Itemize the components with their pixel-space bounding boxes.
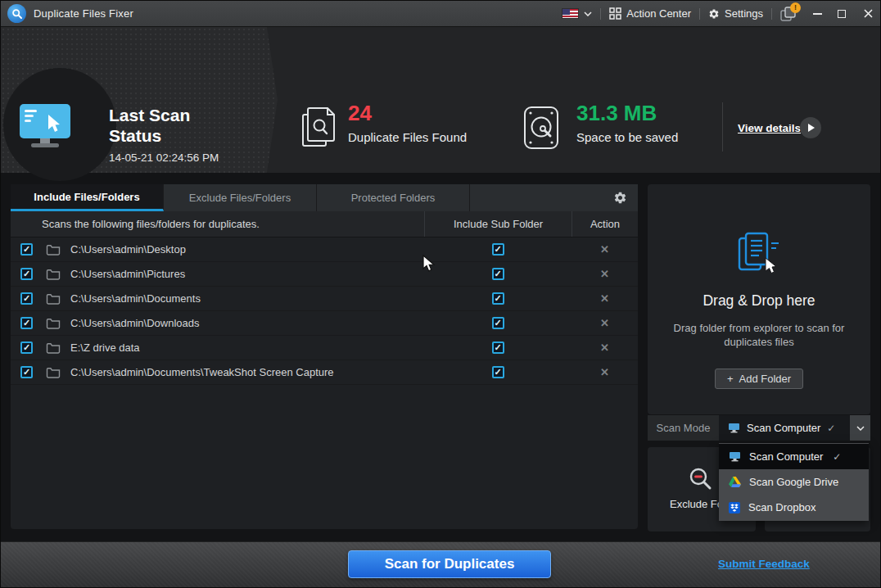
remove-folder-button[interactable]: ✕ [600, 341, 609, 354]
dropdown-item-label: Scan Dropbox [748, 501, 815, 513]
app-logo-icon [7, 4, 26, 23]
dropdown-item-label: Scan Computer [749, 450, 823, 463]
tab-exclude-files-folders[interactable]: Exclude Files/Folders [164, 184, 317, 211]
plus-icon: + [727, 373, 734, 385]
space-saved-value: 31.3 MB [576, 101, 657, 126]
footer-bar: Scan for Duplicates Submit Feedback [1, 541, 881, 588]
app-window: Duplicate Files Fixer Action Center Sett [0, 0, 881, 588]
check-icon: ✓ [23, 342, 30, 353]
duplicate-files-icon [301, 106, 339, 150]
submit-feedback-link[interactable]: Submit Feedback [718, 558, 810, 570]
subfolder-checkbox[interactable]: ✓ [492, 366, 504, 378]
computer-icon [728, 423, 740, 433]
remove-folder-button[interactable]: ✕ [600, 292, 609, 305]
remove-folder-button[interactable]: ✕ [600, 243, 609, 256]
check-icon: ✓ [494, 269, 501, 279]
minimize-button[interactable] [805, 1, 829, 26]
add-folder-button[interactable]: +Add Folder [715, 369, 803, 389]
scan-settings-gear-icon[interactable] [613, 191, 627, 205]
folder-path: C:\Users\admin\Documents\TweakShot Scree… [70, 366, 334, 378]
close-icon [864, 9, 873, 18]
add-folder-label: Add Folder [739, 373, 792, 385]
chevron-down-icon [856, 426, 865, 431]
notification-badge: ! [790, 2, 801, 13]
titlebar: Duplicate Files Fixer Action Center Sett [1, 1, 881, 27]
folder-path: E:\Z drive data [70, 341, 140, 354]
row-checkbox[interactable]: ✓ [20, 268, 33, 280]
close-button[interactable] [854, 1, 881, 26]
folder-icon [46, 366, 61, 378]
row-checkbox[interactable]: ✓ [20, 292, 33, 305]
action-center-button[interactable]: Action Center [601, 1, 699, 26]
app-title: Duplicate Files Fixer [34, 7, 133, 20]
column-include-sub-folder: Include Sub Folder [424, 211, 572, 237]
view-details-link[interactable]: View details [738, 122, 801, 134]
row-checkbox[interactable]: ✓ [20, 317, 33, 329]
subfolder-checkbox[interactable]: ✓ [492, 317, 504, 329]
remove-folder-button[interactable]: ✕ [600, 366, 609, 378]
remove-folder-button[interactable]: ✕ [600, 317, 609, 329]
scan-mode-value: Scan Computer [747, 422, 820, 434]
column-action: Action [572, 211, 638, 237]
dropbox-icon [729, 502, 740, 513]
scan-mode-row: Scan Mode Scan Computer ✓ [648, 415, 870, 441]
remove-folder-button[interactable]: ✕ [600, 268, 609, 280]
scan-for-duplicates-button[interactable]: Scan for Duplicates [348, 550, 551, 578]
check-icon: ✓ [494, 367, 501, 378]
subfolder-checkbox[interactable]: ✓ [492, 268, 504, 280]
us-flag-icon [562, 8, 579, 19]
duplicates-count: 24 [348, 101, 372, 126]
check-icon: ✓ [494, 293, 501, 304]
table-row: ✓ C:\Users\admin\Downloads ✓ ✕ [11, 311, 638, 336]
tab-protected-folders[interactable]: Protected Folders [317, 184, 470, 211]
subfolder-checkbox[interactable]: ✓ [492, 292, 504, 305]
check-icon: ✓ [827, 423, 835, 434]
scan-mode-label: Scan Mode [648, 415, 719, 441]
disk-space-icon [523, 106, 559, 150]
gear-icon [708, 8, 720, 20]
settings-button[interactable]: Settings [700, 1, 771, 26]
folder-icon [46, 341, 61, 354]
space-saved-label: Space to be saved [576, 130, 678, 144]
table-row: ✓ C:\Users\admin\Documents ✓ ✕ [11, 287, 638, 311]
play-arrow-icon [808, 124, 815, 132]
dropdown-item-scan-google-drive[interactable]: Scan Google Drive [719, 469, 869, 495]
maximize-icon [838, 10, 846, 18]
folder-icon [46, 268, 61, 280]
language-selector[interactable] [553, 1, 600, 26]
last-scan-header: Last Scan Status 14-05-21 02:24:56 PM 24… [1, 27, 881, 173]
row-checkbox[interactable]: ✓ [20, 341, 33, 354]
maximize-button[interactable] [829, 1, 854, 26]
subfolder-checkbox[interactable]: ✓ [492, 243, 504, 256]
scan-mode-dropdown-button[interactable] [850, 415, 870, 441]
dropdown-item-scan-dropbox[interactable]: Scan Dropbox [719, 495, 869, 520]
duplicates-label: Duplicate Files Found [348, 130, 467, 144]
offers-button[interactable]: ! [772, 1, 805, 26]
folder-path: C:\Users\admin\Pictures [70, 268, 185, 280]
drag-drop-zone[interactable]: Drag & Drop here Drag folder from explor… [648, 184, 870, 414]
computer-monitor-icon [19, 103, 71, 149]
subfolder-checkbox[interactable]: ✓ [492, 341, 504, 354]
tab-include-files-folders[interactable]: Include Files/Folders [11, 184, 164, 211]
google-drive-icon [729, 477, 741, 487]
drag-drop-files-icon [733, 230, 785, 278]
check-icon: ✓ [494, 244, 501, 255]
settings-label: Settings [725, 7, 763, 20]
check-icon: ✓ [23, 269, 30, 279]
scan-mode-select[interactable]: Scan Computer ✓ [719, 415, 850, 441]
dropdown-item-scan-computer[interactable]: Scan Computer ✓ [719, 444, 869, 469]
check-icon: ✓ [23, 318, 30, 328]
table-header-row: Scans the following files/folders for du… [11, 211, 638, 237]
table-row: ✓ C:\Users\admin\Pictures ✓ ✕ [11, 262, 638, 287]
magnifier-minus-icon [689, 467, 713, 491]
folder-path: C:\Users\admin\Desktop [70, 243, 186, 256]
row-checkbox[interactable]: ✓ [20, 366, 33, 378]
view-details-arrow-button[interactable] [800, 117, 821, 138]
folder-icon [46, 243, 61, 256]
action-center-label: Action Center [626, 7, 691, 20]
check-icon: ✓ [494, 318, 501, 328]
row-checkbox[interactable]: ✓ [20, 243, 33, 256]
tabbar: Include Files/Folders Exclude Files/Fold… [11, 184, 638, 211]
check-icon: ✓ [23, 293, 30, 304]
check-icon: ✓ [23, 367, 30, 378]
